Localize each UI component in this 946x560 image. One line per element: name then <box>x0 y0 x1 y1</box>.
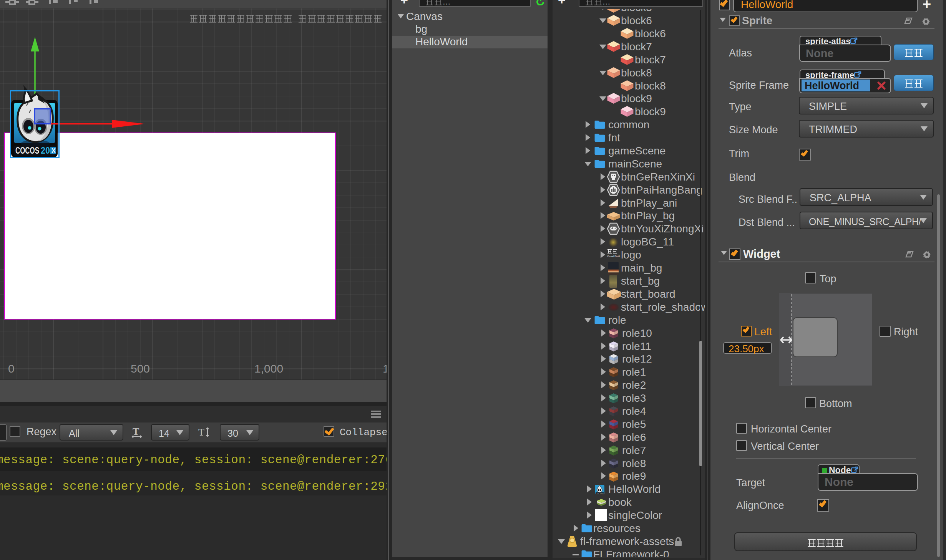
svg-text:COCOS: COCOS <box>15 146 39 156</box>
svg-text:20: 20 <box>41 146 50 156</box>
svg-text:X: X <box>51 147 56 154</box>
svg-text:COCOS2DX: COCOS2DX <box>596 492 604 495</box>
svg-text:T: T <box>133 426 139 437</box>
svg-text:T: T <box>198 427 204 438</box>
